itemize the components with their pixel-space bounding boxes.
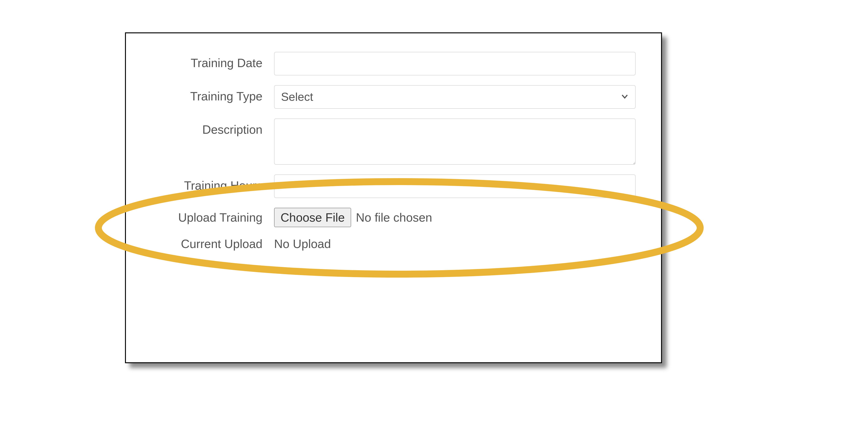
current-upload-value-col: No Upload [274, 237, 636, 251]
training-type-select[interactable]: Select [274, 85, 636, 109]
upload-training-label: Upload Training [154, 210, 274, 224]
training-hours-input-col [274, 174, 636, 198]
description-textarea[interactable] [274, 119, 636, 165]
file-chosen-status: No file chosen [356, 210, 432, 224]
current-upload-value: No Upload [274, 237, 331, 251]
description-input-col [274, 119, 636, 165]
row-training-hours: Training Hours [154, 174, 636, 198]
training-date-input-col [274, 52, 636, 75]
form-area: Training Date Training Type Select Descr… [126, 33, 661, 362]
current-upload-label: Current Upload [154, 237, 274, 251]
training-date-input[interactable] [274, 52, 636, 75]
row-description: Description [154, 119, 636, 165]
training-date-label: Training Date [154, 52, 274, 70]
upload-training-input-col: Choose File No file chosen [274, 208, 636, 227]
training-type-select-wrapper: Select [274, 85, 636, 109]
row-training-date: Training Date [154, 52, 636, 75]
row-training-type: Training Type Select [154, 85, 636, 109]
row-current-upload: Current Upload No Upload [154, 237, 636, 251]
training-type-label: Training Type [154, 85, 274, 103]
choose-file-button[interactable]: Choose File [274, 208, 351, 227]
training-hours-input[interactable] [274, 174, 636, 198]
training-hours-label: Training Hours [154, 174, 274, 193]
description-label: Description [154, 119, 274, 136]
file-input-wrapper: Choose File No file chosen [274, 208, 432, 227]
training-type-input-col: Select [274, 85, 636, 109]
form-panel: Training Date Training Type Select Descr… [125, 32, 662, 363]
row-upload-training: Upload Training Choose File No file chos… [154, 208, 636, 227]
training-type-selected-value: Select [281, 90, 313, 104]
